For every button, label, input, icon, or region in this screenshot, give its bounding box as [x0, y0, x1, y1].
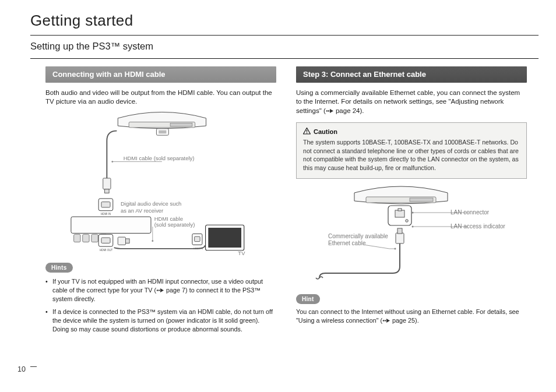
svg-rect-12: [74, 234, 80, 242]
svg-rect-27: [208, 228, 241, 248]
svg-rect-37: [395, 210, 404, 217]
ethernet-hint: You can connect to the Internet without …: [296, 308, 527, 325]
svg-point-33: [307, 132, 308, 133]
caution-title: Caution: [303, 128, 520, 136]
svg-point-47: [395, 248, 396, 249]
svg-rect-13: [83, 234, 89, 242]
section-title: Getting started: [30, 10, 133, 31]
hint-item-1: If your TV is not equipped with an HDMI …: [45, 277, 276, 303]
svg-point-43: [412, 225, 414, 227]
svg-point-28: [157, 289, 158, 291]
ethernet-intro: Using a commercially available Ethernet …: [296, 89, 527, 116]
hint-pill: Hint: [296, 294, 320, 305]
svg-rect-11: [71, 217, 151, 233]
caution-box: Caution The system supports 10BASE-T, 10…: [296, 122, 527, 179]
warning-icon: [303, 128, 311, 135]
svg-text:HDMI OUT: HDMI OUT: [100, 248, 113, 251]
hdmi-heading: Connecting with an HDMI cable: [45, 66, 276, 83]
ethernet-cable-label: Commercially available Ethernet cable: [328, 233, 390, 246]
svg-rect-17: [101, 238, 110, 243]
hdmi-intro: Both audio and video will be output from…: [45, 89, 276, 107]
svg-point-30: [326, 110, 328, 111]
svg-line-48: [363, 245, 389, 249]
svg-rect-4: [103, 178, 111, 189]
svg-text:HDMI IN: HDMI IN: [193, 246, 203, 249]
hints-pill: Hints: [45, 263, 73, 273]
svg-point-49: [383, 320, 384, 321]
hdmi-cable-2-label: HDMI cable (sold separately): [154, 215, 195, 227]
svg-point-39: [406, 219, 409, 222]
svg-rect-35: [410, 198, 433, 202]
lan-indicator-label: LAN access indicator: [451, 223, 506, 229]
svg-point-7: [111, 161, 113, 163]
svg-rect-1: [170, 123, 192, 126]
page-number: 10: [17, 365, 26, 375]
hint-item-2: If a device is connected to the PS3™ sys…: [45, 308, 276, 334]
hdmi-cable-1-label: HDMI cable (sold separately): [124, 154, 195, 161]
section-rule: [30, 35, 539, 36]
svg-point-50: [385, 320, 386, 321]
hdmi-diagram: HDMI cable (sold separately) HDMI IN: [45, 107, 276, 258]
svg-rect-14: [92, 234, 98, 242]
cross-ref-icon: [156, 288, 164, 293]
caution-text: The system supports 10BASE-T, 100BASE-TX…: [303, 138, 520, 172]
svg-point-29: [159, 289, 160, 291]
ethernet-diagram: LAN connector LAN access indicator Comme…: [296, 179, 527, 289]
ethernet-heading: Step 3: Connect an Ethernet cable: [296, 66, 527, 83]
svg-text:HDMI IN: HDMI IN: [101, 213, 111, 216]
page-number-rule: [30, 366, 37, 367]
svg-rect-5: [105, 189, 110, 193]
cross-ref-icon: [382, 318, 390, 323]
svg-rect-24: [195, 236, 200, 242]
svg-rect-3: [159, 130, 166, 133]
svg-rect-21: [118, 237, 125, 245]
svg-point-41: [412, 211, 414, 213]
subsection-rule: [30, 58, 539, 59]
cross-ref-icon: [326, 108, 334, 114]
svg-rect-44: [396, 233, 404, 243]
svg-rect-9: [101, 202, 110, 207]
svg-rect-22: [125, 238, 129, 243]
hints-list: If your TV is not equipped with an HDMI …: [45, 277, 276, 333]
content-columns: Connecting with an HDMI cable Both audio…: [45, 66, 527, 337]
lan-connector-label: LAN connector: [451, 209, 490, 216]
av-receiver-label: Digital audio device such as an AV recei…: [121, 200, 183, 213]
subsection-title: Setting up the PS3™ system: [30, 40, 153, 52]
svg-rect-45: [397, 228, 402, 234]
svg-rect-38: [398, 209, 402, 211]
svg-point-31: [328, 110, 329, 111]
right-column: Step 3: Connect an Ethernet cable Using …: [296, 66, 527, 337]
tv-label: TV: [238, 250, 245, 256]
left-column: Connecting with an HDMI cable Both audio…: [45, 66, 276, 337]
svg-point-20: [152, 240, 153, 242]
manual-page: Getting started Setting up the PS3™ syst…: [0, 0, 556, 392]
